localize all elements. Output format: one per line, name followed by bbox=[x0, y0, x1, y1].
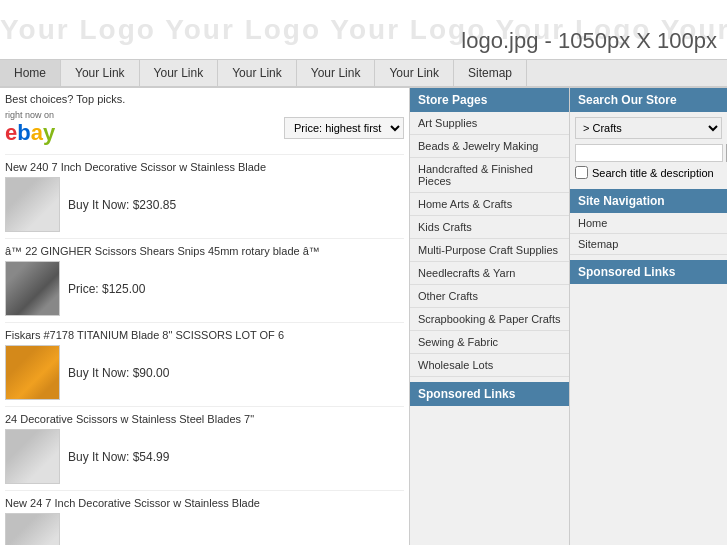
ebay-text: ebay bbox=[5, 120, 55, 146]
search-checkbox-row: Search title & description bbox=[575, 166, 722, 179]
store-link-9[interactable]: Sewing & Fabric bbox=[410, 331, 569, 354]
product-body-4 bbox=[5, 513, 404, 545]
logo-area: Your Logo Your Logo Your Logo Your Logo … bbox=[0, 0, 727, 60]
product-title-4: New 24 7 Inch Decorative Scissor w Stain… bbox=[5, 497, 404, 509]
ebay-logo: right now on ebay bbox=[5, 110, 55, 146]
nav-item-4[interactable]: Your Link bbox=[297, 60, 376, 86]
right-panel: Search Our Store > Crafts search Advance… bbox=[570, 88, 727, 545]
nav-item-1[interactable]: Your Link bbox=[61, 60, 140, 86]
nav-item-home[interactable]: Home bbox=[0, 60, 61, 86]
store-pages-header: Store Pages bbox=[410, 88, 569, 112]
search-box: > Crafts search Advanced Search title & … bbox=[570, 112, 727, 184]
product-image-1 bbox=[5, 261, 60, 316]
store-link-7[interactable]: Other Crafts bbox=[410, 285, 569, 308]
product-body-2: Buy It Now: $90.00 bbox=[5, 345, 404, 400]
nav-item-sitemap[interactable]: Sitemap bbox=[454, 60, 527, 86]
nav-item-5[interactable]: Your Link bbox=[375, 60, 454, 86]
product-title-1: â™ 22 GINGHER Scissors Shears Snips 45mm… bbox=[5, 245, 404, 257]
site-nav-header: Site Navigation bbox=[570, 189, 727, 213]
logo-title: logo.jpg - 1050px X 100px bbox=[461, 28, 717, 54]
middle-panel: Store Pages Art Supplies Beads & Jewelry… bbox=[410, 88, 570, 545]
main-container: Best choices? Top picks. right now on eb… bbox=[0, 88, 727, 545]
store-link-5[interactable]: Multi-Purpose Craft Supplies bbox=[410, 239, 569, 262]
search-header: Search Our Store bbox=[570, 88, 727, 112]
product-body-0: Buy It Now: $230.85 bbox=[5, 177, 404, 232]
search-checkbox-label: Search title & description bbox=[592, 167, 714, 179]
store-link-3[interactable]: Home Arts & Crafts bbox=[410, 193, 569, 216]
nav-item-2[interactable]: Your Link bbox=[140, 60, 219, 86]
store-link-10[interactable]: Wholesale Lots bbox=[410, 354, 569, 377]
store-link-8[interactable]: Scrapbooking & Paper Crafts bbox=[410, 308, 569, 331]
store-link-4[interactable]: Kids Crafts bbox=[410, 216, 569, 239]
product-item-2: Fiskars #7178 TITANIUM Blade 8" SCISSORS… bbox=[5, 322, 404, 406]
left-panel: Best choices? Top picks. right now on eb… bbox=[0, 88, 410, 545]
product-item-0: New 240 7 Inch Decorative Scissor w Stai… bbox=[5, 154, 404, 238]
best-choices-text: Best choices? Top picks. bbox=[5, 93, 404, 105]
product-image-0 bbox=[5, 177, 60, 232]
ebay-note: right now on bbox=[5, 110, 55, 120]
sponsored-links-header-middle: Sponsored Links bbox=[410, 382, 569, 406]
store-link-2[interactable]: Handcrafted & Finished Pieces bbox=[410, 158, 569, 193]
product-price-2: Buy It Now: $90.00 bbox=[68, 366, 169, 380]
product-price-0: Buy It Now: $230.85 bbox=[68, 198, 176, 212]
product-title-2: Fiskars #7178 TITANIUM Blade 8" SCISSORS… bbox=[5, 329, 404, 341]
sponsored-links-header-right: Sponsored Links bbox=[570, 260, 727, 284]
site-nav-sitemap[interactable]: Sitemap bbox=[570, 234, 727, 255]
product-image-3 bbox=[5, 429, 60, 484]
search-input[interactable] bbox=[575, 144, 723, 162]
nav-item-3[interactable]: Your Link bbox=[218, 60, 297, 86]
store-link-1[interactable]: Beads & Jewelry Making bbox=[410, 135, 569, 158]
product-item-1: â™ 22 GINGHER Scissors Shears Snips 45mm… bbox=[5, 238, 404, 322]
store-link-6[interactable]: Needlecrafts & Yarn bbox=[410, 262, 569, 285]
search-checkbox[interactable] bbox=[575, 166, 588, 179]
product-item-4: New 24 7 Inch Decorative Scissor w Stain… bbox=[5, 490, 404, 545]
product-item-3: 24 Decorative Scissors w Stainless Steel… bbox=[5, 406, 404, 490]
search-category-select[interactable]: > Crafts bbox=[575, 117, 722, 139]
price-sort-select[interactable]: Price: highest first bbox=[284, 117, 404, 139]
search-input-row: search Advanced bbox=[575, 144, 722, 162]
product-price-1: Price: $125.00 bbox=[68, 282, 145, 296]
site-nav-home[interactable]: Home bbox=[570, 213, 727, 234]
product-body-3: Buy It Now: $54.99 bbox=[5, 429, 404, 484]
product-body-1: Price: $125.00 bbox=[5, 261, 404, 316]
product-title-3: 24 Decorative Scissors w Stainless Steel… bbox=[5, 413, 404, 425]
product-price-3: Buy It Now: $54.99 bbox=[68, 450, 169, 464]
nav-bar: Home Your Link Your Link Your Link Your … bbox=[0, 60, 727, 88]
ebay-bar: right now on ebay Price: highest first bbox=[5, 110, 404, 146]
product-image-4 bbox=[5, 513, 60, 545]
product-title-0: New 240 7 Inch Decorative Scissor w Stai… bbox=[5, 161, 404, 173]
store-link-0[interactable]: Art Supplies bbox=[410, 112, 569, 135]
product-image-2 bbox=[5, 345, 60, 400]
